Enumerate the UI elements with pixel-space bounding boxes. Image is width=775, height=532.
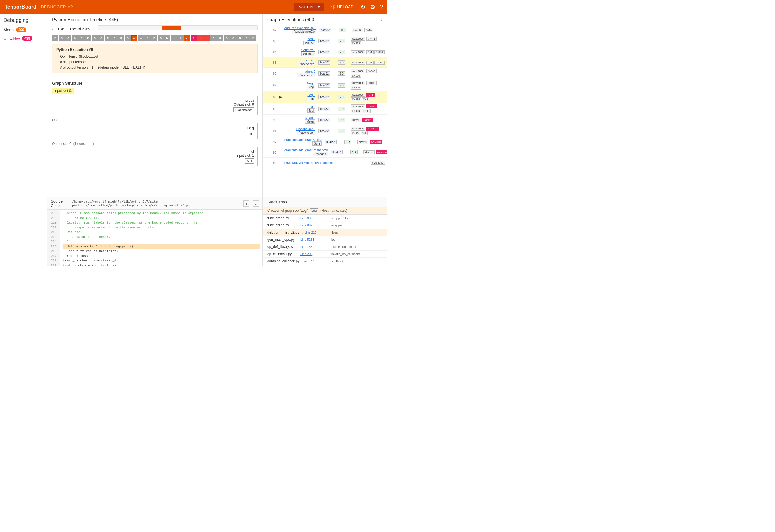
timeline-chip[interactable]: -	[197, 35, 203, 41]
table-row[interactable]: 92 gradients/add_grad/Sum:0 Sum float32 …	[263, 137, 388, 147]
op-type-tag: Log	[245, 131, 254, 136]
table-row[interactable]: 83 add:0 AddV2 float32 2D size:1000 □×47…	[263, 35, 388, 47]
timeline-chip[interactable]: E	[151, 35, 157, 41]
size-label-tag: size:1000	[351, 104, 365, 108]
table-row[interactable]: 94 d/MatMul/MatMul/ReadVariableOp:0 size…	[263, 158, 388, 168]
timeline-chip[interactable]: R	[237, 35, 243, 41]
timeline-chip[interactable]: R	[217, 35, 223, 41]
settings-button[interactable]: ⚙	[370, 3, 375, 10]
timeline-chip[interactable]: M	[85, 35, 91, 41]
alerts-badge: 499	[16, 27, 26, 32]
timeline-chip[interactable]: m	[184, 35, 190, 41]
stack-line[interactable]: Line 600	[300, 216, 329, 220]
code-line: to be (?, 10).	[63, 216, 260, 221]
sidebar-nan-item[interactable]: ∞ NaN/∞ 499	[0, 34, 47, 43]
table-row[interactable]: 89 mul:0 Mul float32 2D size:1000 NaN×1□…	[263, 103, 388, 115]
app-logo: TensorBoard	[5, 4, 36, 10]
timeline-chip[interactable]: R	[78, 35, 85, 41]
timeline-chip[interactable]: S	[92, 35, 98, 41]
table-row[interactable]: 84 Softmax:0 Softmax float32 2D size:100…	[263, 47, 388, 57]
timeline-chip[interactable]: A	[125, 35, 131, 41]
nav-next-button[interactable]: ›	[93, 26, 95, 32]
input-slot-box: probs Output slot: 0 Placeholder	[52, 96, 258, 115]
row-op-name: gradients/add_grad/Reshape:0 Reshape	[284, 148, 329, 156]
timeline-chip[interactable]: C	[230, 35, 236, 41]
nav-prev-button[interactable]: ‹	[52, 26, 54, 32]
line-number: 215	[50, 244, 58, 249]
row-number: 92	[265, 140, 276, 144]
stack-line[interactable]: Line 755	[300, 245, 329, 248]
timeline-chip[interactable]: S	[72, 35, 78, 41]
stack-line[interactable]: Line 577	[302, 259, 330, 263]
scroll-down-btn[interactable]: ↓	[253, 200, 259, 207]
timeline-chip[interactable]: M	[164, 35, 170, 41]
row-number: 88	[265, 95, 276, 99]
table-row[interactable]: 91 Placeholder:0 Placeholder float32 2D …	[263, 125, 388, 137]
row-op-type-tag: Placeholder	[297, 131, 315, 135]
timeline-chip[interactable]: R	[111, 35, 118, 41]
line-number: 218	[50, 258, 58, 263]
help-button[interactable]: ?	[380, 4, 383, 10]
timeline-chip[interactable]: P	[250, 35, 256, 41]
timeline-chip[interactable]: A	[144, 35, 151, 41]
upload-button[interactable]: ⓘ UPLOAD	[329, 3, 356, 11]
timeline-chip[interactable]: -	[204, 35, 210, 41]
op-name: Log	[56, 126, 254, 130]
size-label-tag: size:10	[357, 140, 368, 144]
timeline-chip[interactable]: m	[131, 35, 137, 41]
table-row[interactable]: 87 Neg:0 Neg float32 2D size:1000 □×100□…	[263, 79, 388, 91]
timeline-chip[interactable]: A	[224, 35, 230, 41]
timeline-chip[interactable]: C	[158, 35, 164, 41]
code-line: diff = -labels * tf.math.log(probs)	[63, 244, 260, 249]
table-row[interactable]: 90 Mean:0 Mean float32 0D size:1 NaN×1	[263, 115, 388, 125]
size-value-tag: NaN×10	[366, 127, 378, 131]
timeline-chip[interactable]: S	[65, 35, 71, 41]
table-row[interactable]: 85 probs:0 Placeholder float32 2D size:1…	[263, 57, 388, 68]
app-title: DEBUGGER V2	[41, 5, 73, 9]
input-op-name[interactable]: probs	[56, 98, 254, 102]
status-dropdown[interactable]: INACTIVE ▼	[294, 3, 324, 11]
stack-row: func_graph.py Line 600 wrapped_fn	[263, 215, 388, 222]
row-expand-icon[interactable]: ▶	[277, 95, 283, 99]
table-row[interactable]: 88 ▶ Log:0 Log float32 2D size:1000 -□×1…	[263, 91, 388, 103]
timeline-chip[interactable]: I	[177, 35, 184, 41]
scroll-up-btn[interactable]: ↑	[243, 200, 249, 207]
size-label-tag: size:1000	[351, 81, 365, 85]
timeline-chip[interactable]: I	[171, 35, 177, 41]
row-number: 85	[265, 61, 276, 64]
row-size: size:10 □×10	[351, 28, 386, 32]
timeline-chip[interactable]: S	[98, 35, 104, 41]
table-row[interactable]: 86 labels:0 Placeholder float32 2D size:…	[263, 68, 388, 79]
content-area: Python Execution Timeline (445) ‹ 136 ~ …	[47, 14, 388, 266]
timeline-chip[interactable]: R	[210, 35, 217, 41]
timeline-chip[interactable]: R	[118, 35, 124, 41]
row-op-name: Placeholder:0 Placeholder	[284, 127, 317, 135]
output-op-name[interactable]: mul	[56, 149, 254, 154]
line-number: 213	[50, 235, 58, 240]
timeline-chip[interactable]: R	[243, 35, 250, 41]
size-value-tag: -□×1	[366, 93, 374, 97]
row-dtype: float32	[331, 150, 349, 154]
row-op-type-tag: Softmax	[301, 52, 315, 56]
timeline-scroll[interactable]	[98, 25, 258, 30]
code-line: return loss	[63, 254, 260, 259]
row-size: size:1000 □×1□×999	[351, 60, 385, 65]
timeline-chip[interactable]: R	[105, 35, 111, 41]
nan-badge: 499	[22, 36, 32, 41]
row-dtype: float32	[324, 140, 343, 144]
stack-line[interactable]: Line 5264	[300, 238, 329, 241]
exec-table[interactable]: 82 add/ReadVariableOp:0 ReadVariableOp f…	[263, 25, 388, 197]
stack-line[interactable]: Line 969	[300, 224, 329, 227]
top-panels: Python Execution Timeline (445) ‹ 136 ~ …	[47, 14, 388, 197]
refresh-button[interactable]: ↻	[360, 3, 365, 10]
timeline-chip[interactable]: P	[52, 35, 58, 41]
table-row[interactable]: 93 gradients/add_grad/Reshape:0 Reshape …	[263, 147, 388, 158]
timeline-chip[interactable]: S	[59, 35, 65, 41]
size-value-tag: □×100	[366, 81, 376, 85]
table-row[interactable]: 82 add/ReadVariableOp:0 ReadVariableOp f…	[263, 25, 388, 35]
timeline-chip[interactable]: A	[138, 35, 144, 41]
stack-line[interactable]: Line 208	[300, 252, 329, 256]
timeline-chip[interactable]: !	[191, 35, 197, 41]
stack-line[interactable]: ↓ Line 216	[302, 230, 330, 234]
row-op-name: probs:0 Placeholder	[284, 59, 317, 66]
